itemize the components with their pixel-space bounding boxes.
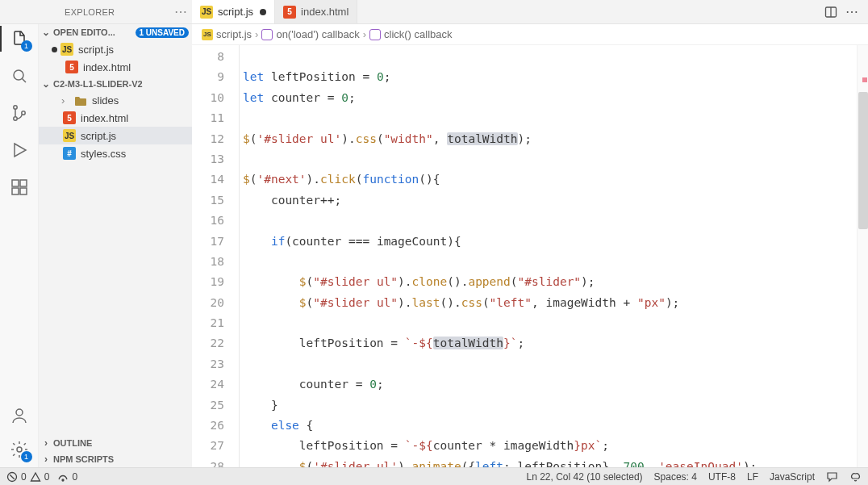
status-problems[interactable]: 0 0: [6, 471, 49, 483]
line-number: 14: [192, 169, 224, 190]
js-icon: JS: [202, 29, 213, 40]
line-number: 18: [192, 252, 224, 272]
folder-icon: [74, 95, 87, 107]
status-port[interactable]: 0: [57, 471, 77, 483]
file-styles-css[interactable]: # styles.css: [39, 144, 192, 162]
code-line[interactable]: [240, 108, 868, 128]
code-line[interactable]: let counter = 0;: [240, 88, 868, 108]
line-number: 13: [192, 149, 224, 169]
status-encoding[interactable]: UTF-8: [708, 471, 736, 483]
line-number: 15: [192, 190, 224, 211]
minimap[interactable]: [857, 45, 868, 467]
code-line[interactable]: $("#slider ul").last().css("left", image…: [240, 293, 868, 313]
code-line[interactable]: counter = 0;: [240, 374, 868, 395]
file-script-js[interactable]: JS script.js: [39, 127, 192, 144]
status-indent[interactable]: Spaces: 4: [654, 471, 697, 483]
line-number: 28: [192, 457, 224, 467]
search-icon[interactable]: [8, 65, 31, 87]
file-label: script.js: [78, 44, 114, 56]
line-number: 22: [192, 333, 224, 353]
explorer-label-text: EXPLORER: [65, 7, 115, 17]
code-line[interactable]: [240, 149, 868, 169]
status-errors-count: 0: [21, 471, 27, 483]
status-warnings-count: 0: [44, 471, 50, 483]
chevron-right-icon: ›: [255, 28, 258, 40]
svg-marker-7: [15, 144, 26, 157]
css-icon: #: [63, 147, 76, 160]
file-index-html[interactable]: 5 index.html: [39, 109, 192, 127]
code-line[interactable]: leftPosition = `-${totalWidth}`;: [240, 333, 868, 353]
line-number: 27: [192, 436, 224, 456]
project-header[interactable]: ⌄ C2-M3-L1-SLIDER-V2: [39, 76, 192, 92]
editor-more-icon[interactable]: ⋯: [845, 4, 858, 19]
settings-badge: 1: [21, 451, 32, 462]
code-line[interactable]: $("#slider ul").clone().append("#slider"…: [240, 272, 868, 292]
npm-scripts-label: NPM SCRIPTS: [53, 454, 114, 464]
npm-scripts-header[interactable]: › NPM SCRIPTS: [39, 451, 192, 467]
line-number: 20: [192, 293, 224, 313]
status-selection[interactable]: Ln 22, Col 42 (10 selected): [526, 471, 642, 483]
breadcrumb[interactable]: JS script.js › on('load') callback › cli…: [192, 24, 868, 45]
line-number: 24: [192, 374, 224, 395]
file-label: index.html: [83, 61, 131, 73]
editor-area: JS script.js › on('load') callback › cli…: [192, 24, 868, 467]
svg-rect-8: [12, 180, 19, 186]
outline-header[interactable]: › OUTLINE: [39, 435, 192, 451]
svg-rect-11: [20, 180, 27, 186]
file-label: styles.css: [81, 148, 126, 160]
tab-index-html[interactable]: 5 index.html: [275, 0, 357, 23]
open-editor-index-html[interactable]: 5 index.html: [39, 58, 192, 76]
breadcrumb-item[interactable]: on('load') callback: [276, 28, 359, 40]
settings-gear-icon[interactable]: 1: [8, 438, 31, 461]
folder-slides[interactable]: › slides: [39, 92, 192, 109]
code-content[interactable]: let leftPosition = 0;let counter = 0; $(…: [239, 45, 868, 467]
status-eol[interactable]: LF: [747, 471, 758, 483]
code-line[interactable]: $('#next').click(function(){: [240, 169, 868, 190]
source-control-icon[interactable]: [8, 102, 31, 124]
breadcrumb-item[interactable]: script.js: [216, 28, 252, 40]
svg-point-6: [21, 111, 24, 115]
open-editors-header[interactable]: ⌄ OPEN EDITO... 1 UNSAVED: [39, 24, 192, 40]
code-line[interactable]: [240, 313, 868, 333]
status-port-value: 0: [72, 471, 77, 483]
account-icon[interactable]: [8, 404, 31, 427]
explorer-icon[interactable]: 1: [8, 27, 31, 50]
status-bell-icon[interactable]: [849, 470, 862, 483]
code-line[interactable]: let leftPosition = 0;: [240, 67, 868, 87]
code-line[interactable]: $('#slider ul').css("width", totalWidth)…: [240, 129, 868, 149]
svg-rect-9: [12, 188, 19, 194]
code-line[interactable]: if(counter === imageCount){: [240, 232, 868, 252]
code-line[interactable]: else {: [240, 416, 868, 436]
code-line[interactable]: [240, 47, 868, 67]
code-line[interactable]: leftPosition = `-${counter * imageWidth}…: [240, 436, 868, 456]
code-line[interactable]: counter++;: [240, 190, 868, 211]
svg-point-2: [14, 70, 23, 80]
open-editor-script-js[interactable]: JS script.js: [39, 40, 192, 58]
minimap-scroll-thumb[interactable]: [858, 92, 868, 229]
tab-label: script.js: [218, 6, 253, 18]
svg-point-13: [17, 447, 22, 452]
svg-point-16: [62, 479, 64, 481]
status-language[interactable]: JavaScript: [770, 471, 815, 483]
html-icon: 5: [65, 61, 78, 73]
tab-script-js[interactable]: JS script.js: [192, 0, 275, 23]
run-debug-icon[interactable]: [8, 139, 31, 161]
code-editor[interactable]: 8910111213141516171819202122232425262728…: [192, 45, 868, 467]
code-line[interactable]: [240, 354, 868, 374]
code-line[interactable]: [240, 211, 868, 231]
explorer-more-icon[interactable]: ⋯: [174, 4, 192, 19]
code-line[interactable]: }: [240, 395, 868, 416]
file-label: slides: [92, 94, 119, 107]
chevron-down-icon: ⌄: [40, 78, 52, 90]
line-number: 9: [192, 67, 224, 87]
code-line[interactable]: [240, 252, 868, 272]
line-number: 17: [192, 232, 224, 252]
file-label: script.js: [81, 130, 116, 142]
extensions-icon[interactable]: [8, 176, 31, 199]
breadcrumb-item[interactable]: click() callback: [384, 28, 453, 40]
tab-label: index.html: [301, 6, 348, 18]
split-editor-icon[interactable]: [824, 6, 837, 19]
code-line[interactable]: $('#slider ul').animate({left: leftPosit…: [240, 457, 868, 467]
line-number: 23: [192, 354, 224, 374]
status-feedback-icon[interactable]: [826, 470, 838, 483]
